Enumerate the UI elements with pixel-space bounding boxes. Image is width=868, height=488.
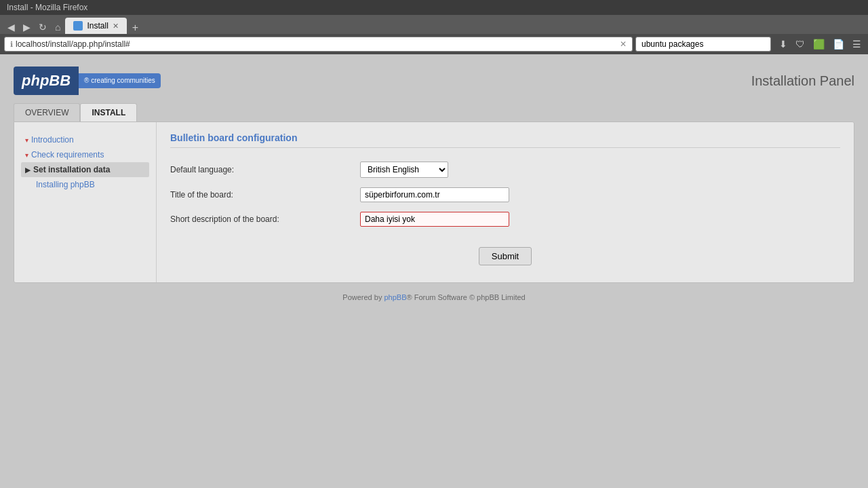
tab-label: Install xyxy=(87,21,108,31)
sidebar: ▾ Introduction ▾ Check requirements ▶ Se… xyxy=(14,122,157,282)
arrow-down-icon: ▾ xyxy=(25,136,28,144)
tab-install[interactable]: INSTALL xyxy=(80,103,137,121)
url-text: localhost/install/app.php/install# xyxy=(16,39,130,49)
lock-icon: ℹ xyxy=(10,40,13,49)
footer-copyright: ® Forum Software © phpBB Limited xyxy=(407,293,526,301)
page-background: phpBB ® creating communities Installatio… xyxy=(0,54,868,434)
home-button[interactable]: ⌂ xyxy=(52,20,64,34)
form-row-language: Default language: British English xyxy=(170,162,840,178)
section-title: Bulletin board configuration xyxy=(170,132,840,148)
menu-icon[interactable]: ☰ xyxy=(850,37,864,51)
back-button[interactable]: ◀ xyxy=(4,20,18,34)
form-row-description: Short description of the board: xyxy=(170,212,840,227)
reload-icon[interactable]: ✕ xyxy=(620,39,627,49)
forward-button[interactable]: ▶ xyxy=(20,20,34,34)
description-label: Short description of the board: xyxy=(170,214,360,224)
language-label: Default language: xyxy=(170,165,360,174)
shield-icon[interactable]: 🛡 xyxy=(793,37,808,51)
reader-icon[interactable]: 📄 xyxy=(830,37,847,51)
language-select[interactable]: British English xyxy=(360,162,448,178)
submit-button[interactable]: Submit xyxy=(479,247,532,265)
new-tab-button[interactable]: + xyxy=(128,22,142,34)
description-field xyxy=(360,212,509,227)
installation-panel-title: Installation Panel xyxy=(751,73,854,89)
form-row-title: Title of the board: xyxy=(170,187,840,202)
description-input[interactable] xyxy=(360,212,509,227)
submit-row: Submit xyxy=(170,240,840,272)
tab-bar: ◀ ▶ ↻ ⌂ Install ✕ + xyxy=(0,15,868,34)
tab-overview[interactable]: OVERVIEW xyxy=(14,103,80,121)
sidebar-item-introduction[interactable]: ▾ Introduction xyxy=(21,132,149,147)
tab-favicon xyxy=(73,21,83,31)
phpbb-footer-linktext: phpBB xyxy=(384,293,406,301)
installing-phpbb-link[interactable]: Installing phpBB xyxy=(36,180,95,189)
content-area: Bulletin board configuration Default lan… xyxy=(157,122,854,282)
tab-close-button[interactable]: ✕ xyxy=(113,22,119,31)
phpbb-logo-main: phpBB xyxy=(14,67,79,95)
address-bar[interactable]: ℹ localhost/install/app.php/install# ✕ xyxy=(4,37,633,52)
language-field: British English xyxy=(360,162,448,178)
main-panel: ▾ Introduction ▾ Check requirements ▶ Se… xyxy=(14,121,854,283)
set-installation-label: Set installation data xyxy=(33,165,110,174)
sidebar-item-check-requirements[interactable]: ▾ Check requirements xyxy=(21,147,149,162)
bulletin-board-form: Default language: British English Title … xyxy=(170,162,840,227)
arrow-down-icon-2: ▾ xyxy=(25,151,28,159)
phpbb-footer-link[interactable]: phpBB xyxy=(384,293,406,301)
phpbb-logo: phpBB ® creating communities xyxy=(14,67,161,95)
search-input[interactable] xyxy=(635,37,771,52)
arrow-right-icon: ▶ xyxy=(25,166,31,174)
title-field xyxy=(360,187,509,202)
tab-navigation: OVERVIEW INSTALL xyxy=(14,103,854,121)
introduction-link[interactable]: Introduction xyxy=(31,135,74,145)
sidebar-item-installing-phpbb[interactable]: Installing phpBB xyxy=(21,177,149,192)
browser-titlebar: Install - Mozilla Firefox xyxy=(0,0,868,15)
title-label: Title of the board: xyxy=(170,190,360,200)
toolbar-icons: ⬇ 🛡 🟩 📄 ☰ xyxy=(776,37,864,51)
browser-title: Install - Mozilla Firefox xyxy=(7,3,87,12)
footer: Powered by phpBB® Forum Software © phpBB… xyxy=(14,293,854,301)
powered-by-text: Powered by xyxy=(342,293,384,301)
extension-icon[interactable]: 🟩 xyxy=(810,37,827,51)
download-icon[interactable]: ⬇ xyxy=(776,37,790,51)
browser-tab[interactable]: Install ✕ xyxy=(65,18,126,34)
title-input[interactable] xyxy=(360,187,509,202)
address-bar-row: ℹ localhost/install/app.php/install# ✕ ⬇… xyxy=(0,34,868,54)
phpbb-logo-sub: ® creating communities xyxy=(79,73,161,88)
reload-button[interactable]: ↻ xyxy=(35,20,50,34)
check-requirements-link[interactable]: Check requirements xyxy=(31,150,104,159)
sidebar-item-set-installation[interactable]: ▶ Set installation data xyxy=(21,162,149,177)
phpbb-header: phpBB ® creating communities Installatio… xyxy=(14,61,854,103)
